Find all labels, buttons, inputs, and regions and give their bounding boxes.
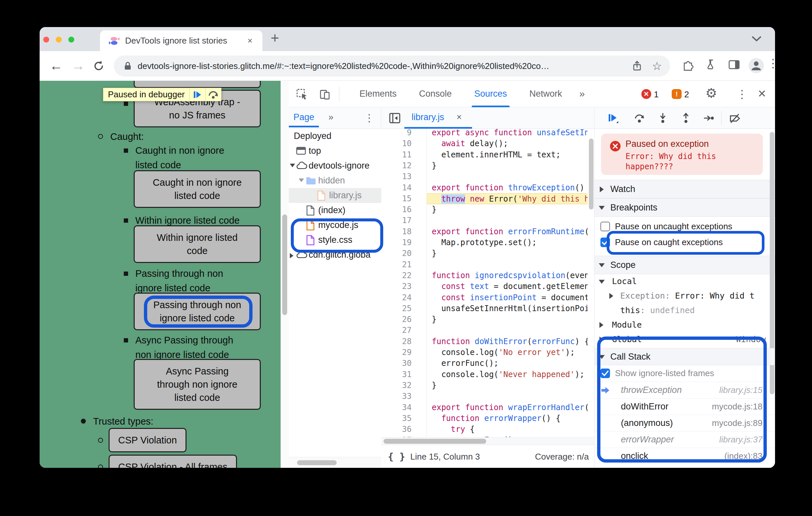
flask-icon[interactable] [705,58,717,71]
step-icon[interactable] [703,113,715,124]
show-ignore-listed-row[interactable]: Show ignore-listed frames [594,365,775,381]
frame-location[interactable]: library.js:15 [719,382,762,398]
checkbox-unchecked[interactable] [601,222,610,231]
url-text[interactable]: devtools-ignore-list-stories.glitch.me/#… [138,55,623,77]
pause-uncaught-row[interactable]: Pause on uncaught exceptions [594,218,775,234]
line-number[interactable]: 24 [381,292,412,303]
inspect-element-icon[interactable] [296,88,308,100]
tree-item-devtools-ignore[interactable]: devtools-ignore [289,158,381,173]
resume-execution-icon[interactable] [608,113,619,124]
chevron-down-icon[interactable] [299,179,304,182]
side-panel-icon[interactable] [728,58,741,71]
tree-item-style-css[interactable]: style.css [289,233,381,247]
breakpoints-section-header[interactable]: Breakpoints [594,198,775,217]
browser-tab[interactable]: DevTools ignore list stories × [100,30,262,51]
line-number[interactable]: 26 [381,314,412,325]
line-number[interactable]: 32 [381,380,412,391]
line-number[interactable]: 9 [381,129,412,138]
devtools-tab-network[interactable]: Network [518,81,573,107]
code-line-13[interactable] [427,171,587,182]
line-number[interactable]: 28 [381,336,412,347]
code-line-22[interactable]: function ignoredcspviolation(event) { [427,270,587,281]
code-line-11[interactable]: element.innerHTML = text; [427,149,587,160]
line-number[interactable]: 14 [381,182,412,193]
editor-hscrollbar[interactable] [381,437,594,445]
line-number[interactable]: 15 [381,193,412,204]
editor-vscrollbar-thumb[interactable] [589,139,593,210]
line-number[interactable]: 20 [381,248,412,259]
line-number[interactable]: 27 [381,325,412,336]
line-number[interactable]: 11 [381,149,412,160]
code-line-19[interactable]: Map.prototype.set(); [427,237,587,248]
file-tab-libraryjs[interactable]: library.js × [404,107,472,129]
code-line-37[interactable]: errorFunc(); [427,435,587,437]
checkbox-checked[interactable] [601,238,610,247]
tree-item-hidden[interactable]: hidden [289,173,381,188]
chevron-down-icon[interactable] [599,280,605,284]
chevron-right-icon[interactable] [600,322,603,328]
omnibox[interactable]: devtools-ignore-list-stories.glitch.me/#… [114,55,670,77]
line-number[interactable]: 17 [381,215,412,226]
tree-item-top[interactable]: top [289,144,381,158]
page-button[interactable]: Passing through nonignore listed code [134,293,261,330]
line-number[interactable]: 22 [381,270,412,281]
code-line-27[interactable] [427,325,587,336]
code-line-17[interactable] [427,215,587,226]
code-line-34[interactable]: export function wrapErrorHandler(errorFu… [427,402,587,413]
new-tab-button[interactable]: + [271,30,279,46]
code-line-36[interactable]: try { [427,424,587,435]
line-number[interactable]: 35 [381,413,412,424]
tab-close-icon[interactable]: × [248,30,253,51]
line-number[interactable]: 18 [381,226,412,237]
scope-row-global[interactable]: GlobalWindow [594,332,775,347]
watch-section-header[interactable]: Watch [594,180,775,198]
chevron-down-icon[interactable] [290,164,295,167]
page-button[interactable]: Async Passingthrough non ignorelisted co… [134,359,261,410]
deactivate-breakpoints-icon[interactable] [729,113,741,124]
collapse-navigator-icon[interactable] [389,112,401,124]
resume-script-icon[interactable] [190,88,205,101]
checkbox-checked[interactable] [601,368,610,378]
callstack-frame-onclick[interactable]: onclick(index):83 [594,448,775,464]
profile-avatar[interactable] [749,58,764,73]
code-line-26[interactable]: } [427,314,587,325]
code-line-28[interactable]: function doWithError(errorFunc) { [427,336,587,347]
callstack-section-header[interactable]: Call Stack [594,348,775,365]
code-line-30[interactable]: errorFunc(); [427,358,587,369]
devtools-tab-elements[interactable]: Elements [348,81,408,107]
line-number[interactable]: 33 [381,391,412,402]
line-number[interactable]: 21 [381,259,412,270]
line-number[interactable]: 25 [381,303,412,314]
code-line-16[interactable]: } [427,204,587,215]
browser-menu-kebab-icon[interactable]: ⋮ [767,56,775,70]
settings-gear-icon[interactable]: ⚙ [705,86,717,101]
back-button[interactable]: ← [50,51,63,80]
zoom-window-button[interactable] [68,37,74,42]
navigator-scrollbar-thumb[interactable] [297,460,337,465]
frame-location[interactable]: library.js:37 [719,431,762,448]
step-over-icon[interactable] [634,113,645,124]
line-number[interactable]: 34 [381,402,412,413]
scope-row-exception[interactable]: Exception: Error: Why did t [594,289,775,303]
line-number[interactable]: 29 [381,347,412,358]
tree-item-cdn-glitch-globa[interactable]: cdn.glitch.globa [289,247,381,262]
chevron-right-icon[interactable] [600,336,603,342]
callstack-frame--anonymous-[interactable]: (anonymous)mycode.js:89 [594,415,775,431]
extensions-puzzle-icon[interactable] [682,58,694,71]
tree-item-deployed[interactable]: Deployed [289,129,381,144]
navigator-more-tabs[interactable]: » [328,107,334,127]
code-line-29[interactable]: console.log('No error yet'); [427,347,587,358]
share-icon[interactable] [632,60,643,71]
device-toolbar-icon[interactable] [319,88,331,100]
frame-location[interactable]: mycode.js:89 [712,415,762,431]
devtools-menu-kebab-icon[interactable]: ⋮ [736,87,748,101]
chevron-right-icon[interactable] [290,253,293,258]
line-number[interactable]: 30 [381,358,412,369]
line-number[interactable]: 23 [381,281,412,292]
frame-location[interactable]: mycode.js:18 [712,399,762,415]
step-over-icon[interactable] [205,88,221,101]
file-tab-close-icon[interactable]: × [457,107,462,127]
page-scrollbar[interactable] [281,81,289,468]
callstack-frame-dowitherror[interactable]: doWithErrormycode.js:18 [594,398,775,415]
line-number[interactable]: 19 [381,237,412,248]
